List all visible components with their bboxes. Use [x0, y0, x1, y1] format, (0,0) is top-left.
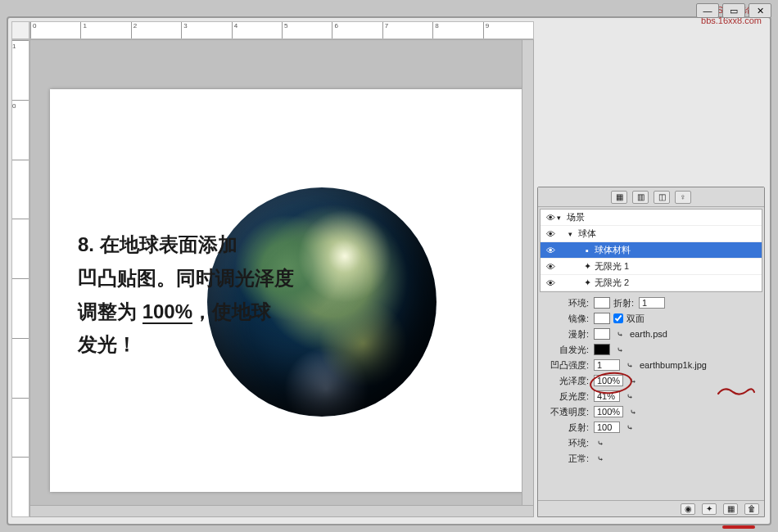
ruler-horizontal[interactable]: 0 1 2 3 4 5 6 7 8 9	[29, 21, 534, 39]
prop-reflect: 反射: 100 ⤷	[541, 420, 761, 435]
prop-selfillum: 自发光: ⤷	[541, 342, 761, 357]
light-toggle-icon[interactable]: ✦	[702, 503, 717, 515]
texture-link-icon[interactable]: ⤷	[623, 422, 636, 433]
tree-row-scene[interactable]: 👁 ▾ 场景	[541, 210, 762, 226]
ruler-h-tick: 2	[131, 22, 181, 38]
new-icon[interactable]: ▦	[723, 503, 738, 515]
visibility-icon[interactable]: 👁	[544, 229, 557, 239]
prop-label: 反射:	[541, 422, 590, 434]
mirror-swatch[interactable]	[594, 313, 610, 324]
reflect-field[interactable]: 100	[594, 422, 620, 433]
tree-row-material[interactable]: 👁 ▪ 球体材料	[541, 242, 762, 259]
tab-scene-icon[interactable]: ▦	[611, 191, 627, 204]
ruler-h-tick: 7	[382, 22, 432, 38]
prop-label: 反光度:	[541, 390, 590, 403]
prop-normal: 正常: ⤷	[541, 451, 761, 466]
prop-diffuse: 漫射: ⤷ earth.psd	[541, 327, 761, 341]
opacity-field[interactable]: 100%	[594, 406, 623, 417]
prop-environment: 环境: 折射: 1	[541, 295, 761, 310]
texture-link-icon[interactable]: ⤷	[626, 406, 640, 417]
prop-mirror: 镜像: 双面	[541, 311, 761, 326]
document-window: 0 1 2 3 4 5 6 7 8 9 1 0 8. 在地球表面添加 凹凸贴图。…	[7, 16, 771, 525]
scene-tree: 👁 ▾ 场景 👁 ▾ 球体 👁 ▪ 球体材料 👁 ✦ 无限光 1	[540, 209, 762, 292]
panel-tab-row: ▦ ▥ ◫ ♀	[538, 187, 764, 207]
texture-link-icon[interactable]: ⤷	[613, 344, 626, 355]
texture-link-icon[interactable]: ⤷	[623, 359, 636, 371]
tree-row-sphere[interactable]: 👁 ▾ 球体	[541, 226, 762, 242]
diffuse-swatch[interactable]	[594, 328, 610, 340]
bump-field[interactable]: 1	[594, 359, 620, 371]
diffuse-file: earth.psd	[630, 329, 667, 339]
visibility-icon[interactable]: 👁	[544, 278, 557, 288]
annotation-handwriting: 8. 在地球表面添加 凹凸贴图。同时调光泽度 调整为 100%，使地球 发光！	[78, 228, 307, 362]
annotation-underlined: 100%	[142, 300, 192, 324]
close-button[interactable]: ✕	[749, 3, 771, 18]
annotation-text: 调整为	[78, 300, 142, 322]
annotation-scribble	[717, 384, 756, 399]
annotation-line: 调整为 100%，使地球	[78, 295, 307, 329]
ruler-corner[interactable]	[11, 21, 29, 39]
tab-materials-icon[interactable]: ◫	[654, 191, 670, 204]
doubleside-label: 双面	[626, 313, 645, 325]
doubleside-checkbox[interactable]	[613, 313, 623, 323]
canvas[interactable]: 8. 在地球表面添加 凹凸贴图。同时调光泽度 调整为 100%，使地球 发光！	[50, 89, 525, 492]
bump-file: earthbump1k.jpg	[640, 360, 707, 370]
visibility-icon[interactable]: 👁	[544, 262, 557, 272]
material-icon: ▪	[580, 246, 595, 255]
texture-link-icon[interactable]: ⤷	[594, 437, 607, 449]
light-icon: ✦	[580, 277, 595, 288]
prop-label: 正常:	[541, 453, 590, 465]
maximize-button[interactable]: ▭	[722, 3, 745, 18]
ruler-v-tick	[12, 338, 29, 398]
tree-label: 球体	[578, 228, 758, 240]
annotation-line: 发光！	[78, 328, 307, 362]
ruler-h-tick: 1	[80, 22, 130, 38]
annotation-line: 凹凸贴图。同时调光泽度	[78, 262, 307, 295]
ruler-v-tick: 0	[12, 100, 29, 160]
prop-label: 环境:	[541, 297, 590, 309]
ruler-h-tick: 4	[232, 22, 282, 38]
gloss-field[interactable]: 100%	[594, 375, 623, 386]
tab-lights-icon[interactable]: ♀	[675, 191, 691, 204]
tab-mesh-icon[interactable]: ▥	[632, 191, 649, 204]
ruler-vertical[interactable]: 1 0	[11, 39, 29, 517]
window-controls: — ▭ ✕	[690, 0, 778, 21]
texture-link-icon[interactable]: ⤷	[626, 375, 640, 386]
visibility-icon[interactable]: 👁	[544, 213, 557, 223]
prop-bump: 凹凸强度: 1 ⤷ earthbump1k.jpg	[541, 358, 761, 372]
scrollbar-horizontal[interactable]	[30, 505, 533, 516]
tree-row-light1[interactable]: 👁 ✦ 无限光 1	[541, 259, 762, 275]
env-swatch[interactable]	[594, 297, 610, 309]
ruler-h-tick: 8	[432, 22, 482, 38]
prop-label: 凹凸强度:	[541, 359, 590, 372]
prop-label: 环境:	[541, 437, 590, 449]
texture-link-icon[interactable]: ⤷	[613, 328, 626, 340]
canvas-viewport[interactable]: 8. 在地球表面添加 凹凸贴图。同时调光泽度 调整为 100%，使地球 发光！	[29, 39, 534, 517]
tree-row-light2[interactable]: 👁 ✦ 无限光 2	[541, 275, 762, 291]
3d-panel: ▦ ▥ ◫ ♀ 👁 ▾ 场景 👁 ▾ 球体 👁 ▪ 球体材料	[537, 187, 765, 517]
tree-label: 无限光 1	[595, 260, 758, 273]
prop-label: 漫射:	[541, 328, 590, 340]
render-icon[interactable]: ◉	[681, 503, 695, 515]
prop-label: 折射:	[613, 297, 636, 309]
texture-link-icon[interactable]: ⤷	[623, 390, 636, 402]
disclosure-icon[interactable]: ▾	[568, 230, 578, 238]
texture-link-icon[interactable]: ⤷	[594, 453, 607, 464]
status-indicator	[722, 525, 755, 529]
specular-field[interactable]: 41%	[594, 390, 620, 402]
minimize-button[interactable]: —	[696, 3, 719, 18]
refraction-field[interactable]: 1	[639, 297, 665, 309]
delete-icon[interactable]: 🗑	[744, 503, 759, 515]
prop-label: 镜像:	[541, 313, 590, 325]
panel-footer: ◉ ✦ ▦ 🗑	[538, 500, 764, 516]
ruler-v-tick	[12, 160, 29, 219]
ruler-h-tick: 0	[30, 22, 80, 38]
prop-opacity: 不透明度: 100% ⤷	[541, 404, 761, 419]
disclosure-icon[interactable]: ▾	[557, 214, 567, 222]
scrollbar-vertical[interactable]	[522, 40, 533, 505]
light-icon: ✦	[580, 261, 595, 272]
selfillum-swatch[interactable]	[594, 344, 610, 355]
visibility-icon[interactable]: 👁	[544, 246, 557, 255]
ruler-v-tick: 1	[12, 40, 29, 100]
ruler-h-tick: 9	[483, 22, 533, 38]
